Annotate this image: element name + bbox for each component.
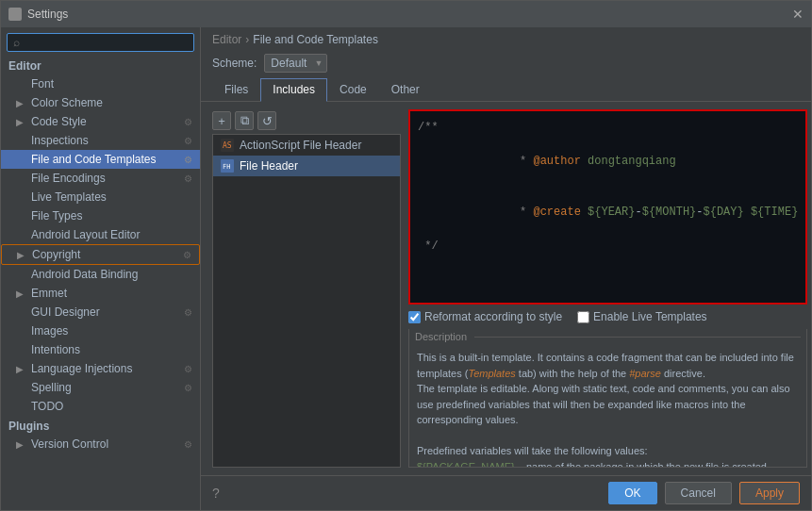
close-button[interactable]: ✕: [792, 7, 804, 22]
tabs-row: Files Includes Code Other: [201, 78, 811, 102]
live-templates-checkbox[interactable]: [577, 311, 589, 323]
description-header: Description: [409, 329, 806, 344]
breadcrumb: Editor › File and Code Templates: [201, 27, 811, 52]
sidebar-item-label: Code Style: [31, 115, 87, 128]
sidebar-item-emmet[interactable]: ▶ Emmet: [1, 284, 200, 303]
title-bar-left: Settings: [8, 8, 68, 21]
file-list-item-file-header[interactable]: FH File Header: [213, 156, 400, 176]
svg-text:FH: FH: [223, 163, 230, 171]
sidebar-item-version-control[interactable]: ▶ Version Control ⚙: [1, 435, 200, 453]
file-list-toolbar: + ⧉ ↺: [212, 109, 401, 134]
settings-icon-sm: ⚙: [184, 364, 192, 374]
sidebar-item-label: File Types: [31, 209, 82, 223]
reformat-checkbox-label[interactable]: Reformat according to style: [408, 310, 562, 323]
sidebar-item-label: Android Data Binding: [31, 268, 138, 281]
tab-includes[interactable]: Includes: [260, 78, 327, 102]
tab-content: + ⧉ ↺ AS ActionScript File: [201, 102, 811, 475]
code-editor[interactable]: /** * @author dongtangqiang * @create ${…: [408, 109, 807, 305]
settings-icon-sm: ⚙: [184, 155, 192, 165]
search-box[interactable]: [7, 33, 194, 52]
sidebar-item-file-code-templates[interactable]: File and Code Templates ⚙: [1, 150, 200, 169]
expand-arrow-icon: ▶: [16, 288, 27, 299]
expand-arrow-icon: ▶: [16, 117, 27, 127]
sidebar-item-live-templates[interactable]: Live Templates: [1, 188, 200, 206]
settings-icon-sm: ⚙: [183, 250, 191, 260]
file-list-item-label: ActionScript File Header: [240, 139, 361, 152]
sidebar-item-label: Intentions: [31, 343, 80, 356]
sidebar-item-copyright[interactable]: ▶ Copyright ⚙: [1, 244, 200, 265]
ok-button[interactable]: OK: [608, 482, 656, 504]
tab-files[interactable]: Files: [212, 78, 260, 101]
svg-text:AS: AS: [223, 141, 232, 150]
sidebar-item-spelling[interactable]: Spelling ⚙: [1, 378, 200, 397]
sidebar-item-font[interactable]: Font: [1, 74, 200, 93]
main-content: Editor Font ▶ Color Scheme ▶ Code Style …: [1, 27, 811, 510]
file-list-item-label: File Header: [240, 159, 298, 173]
settings-icon-sm: ⚙: [184, 136, 192, 146]
copy-template-button[interactable]: ⧉: [235, 111, 254, 130]
reset-template-button[interactable]: ↺: [257, 111, 276, 130]
sidebar-item-label: Inspections: [31, 134, 89, 147]
file-header-icon: FH: [221, 159, 234, 173]
scheme-row: Scheme: Default: [201, 52, 811, 78]
cancel-button[interactable]: Cancel: [665, 482, 732, 504]
window-title: Settings: [27, 8, 68, 21]
sidebar-item-images[interactable]: Images: [1, 321, 200, 340]
actionscript-file-icon: AS: [221, 139, 234, 152]
sidebar-section-plugins: Plugins: [1, 416, 200, 435]
tab-other[interactable]: Other: [379, 78, 432, 101]
sidebar-item-label: Color Scheme: [31, 96, 103, 109]
apply-button[interactable]: Apply: [739, 482, 800, 504]
sidebar-item-color-scheme[interactable]: ▶ Color Scheme: [1, 93, 200, 112]
sidebar-section-editor: Editor: [1, 56, 200, 74]
settings-icon: ⚙: [184, 117, 192, 127]
code-editor-panel: /** * @author dongtangqiang * @create ${…: [408, 109, 807, 468]
settings-icon-sm: ⚙: [184, 439, 192, 450]
settings-icon-sm: ⚙: [184, 173, 192, 184]
settings-icon: [8, 8, 22, 21]
breadcrumb-separator: ›: [245, 33, 249, 46]
sidebar-item-file-types[interactable]: File Types: [1, 206, 200, 225]
sidebar-item-android-data-binding[interactable]: Android Data Binding: [1, 265, 200, 284]
sidebar-item-label: Emmet: [31, 287, 67, 300]
sidebar-item-label: Language Injections: [31, 362, 132, 375]
title-bar: Settings ✕: [1, 1, 811, 27]
sidebar-item-label: Live Templates: [31, 190, 107, 204]
sidebar-item-file-encodings[interactable]: File Encodings ⚙: [1, 169, 200, 188]
settings-icon-sm: ⚙: [184, 383, 192, 393]
sidebar-item-label: File Encodings: [31, 172, 106, 185]
file-list: AS ActionScript File Header FH: [212, 134, 401, 468]
code-line-2: * @author dongtangqiang: [418, 136, 798, 187]
sidebar-item-language-injections[interactable]: ▶ Language Injections ⚙: [1, 359, 200, 378]
live-templates-checkbox-label[interactable]: Enable Live Templates: [577, 310, 707, 323]
reformat-checkbox[interactable]: [408, 311, 421, 323]
sidebar-item-label: Android Layout Editor: [31, 228, 140, 241]
expand-arrow-icon: ▶: [16, 364, 27, 374]
scheme-label: Scheme:: [212, 57, 257, 70]
scheme-select[interactable]: Default: [264, 54, 327, 73]
scheme-select-wrapper[interactable]: Default: [264, 54, 327, 73]
settings-window: Settings ✕ Editor Font ▶ Color Scheme ▶ …: [0, 0, 812, 511]
search-input[interactable]: [13, 36, 188, 49]
code-line-4: */: [418, 238, 798, 255]
sidebar-item-todo[interactable]: TODO: [1, 397, 200, 416]
breadcrumb-parent: Editor: [212, 33, 241, 46]
main-panel: Editor › File and Code Templates Scheme:…: [201, 27, 811, 510]
help-button[interactable]: ?: [212, 486, 220, 501]
sidebar-item-code-style[interactable]: ▶ Code Style ⚙: [1, 112, 200, 131]
sidebar-item-intentions[interactable]: Intentions: [1, 340, 200, 359]
sidebar-item-label: TODO: [31, 400, 63, 413]
code-line-3: * @create ${YEAR}-${MONTH}-${DAY} ${TIME…: [418, 187, 798, 238]
tab-code[interactable]: Code: [327, 78, 379, 101]
sidebar-item-gui-designer[interactable]: GUI Designer ⚙: [1, 303, 200, 321]
sidebar-item-label: Font: [31, 77, 54, 91]
sidebar-item-inspections[interactable]: Inspections ⚙: [1, 131, 200, 150]
file-list-item-actionscript[interactable]: AS ActionScript File Header: [213, 135, 400, 156]
file-list-panel: + ⧉ ↺ AS ActionScript File: [212, 109, 401, 468]
settings-icon-sm: ⚙: [184, 307, 192, 318]
package-name-var: ${PACKAGE_NAME}: [417, 461, 515, 468]
sidebar-item-android-layout-editor[interactable]: Android Layout Editor: [1, 225, 200, 244]
breadcrumb-current: File and Code Templates: [253, 33, 378, 46]
add-template-button[interactable]: +: [212, 111, 231, 130]
expand-arrow-icon: ▶: [16, 98, 27, 108]
